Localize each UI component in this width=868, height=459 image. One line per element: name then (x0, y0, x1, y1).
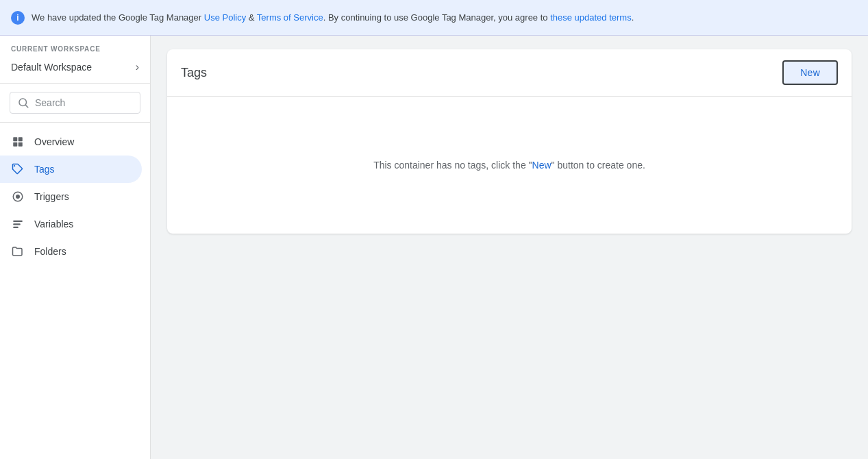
search-box[interactable]: Search (10, 92, 140, 114)
empty-state-message: This container has no tags, click the "N… (373, 160, 645, 171)
notification-bar: i We have updated the Google Tag Manager… (0, 0, 868, 36)
sidebar-item-variables[interactable]: Variables (0, 210, 142, 238)
svg-rect-10 (13, 227, 18, 228)
tags-panel: Tags New This container has no tags, cli… (167, 49, 852, 234)
content-area: Tags New This container has no tags, cli… (151, 36, 868, 459)
notification-text-end: . (632, 12, 634, 23)
sidebar-item-tags-label: Tags (34, 164, 55, 175)
main-layout: CURRENT WORKSPACE Default Workspace › Se… (0, 36, 868, 459)
tags-title: Tags (181, 66, 207, 80)
triggers-icon (11, 190, 25, 203)
sidebar-item-folders-label: Folders (34, 246, 66, 257)
sidebar-item-variables-label: Variables (34, 219, 73, 230)
sidebar-item-triggers[interactable]: Triggers (0, 183, 142, 210)
terms-link[interactable]: Terms of Service (257, 12, 323, 23)
chevron-right-icon: › (136, 61, 139, 73)
sidebar-item-folders[interactable]: Folders (0, 238, 142, 265)
overview-icon (11, 135, 25, 149)
search-placeholder: Search (35, 97, 65, 108)
search-section: Search (0, 84, 150, 123)
tags-header: Tags New (167, 49, 852, 97)
svg-rect-4 (13, 142, 17, 147)
notification-text: We have updated the Google Tag Manager U… (32, 12, 634, 23)
notification-text-mid1: & (246, 12, 257, 23)
variables-icon (11, 217, 25, 231)
svg-rect-5 (18, 142, 23, 147)
tags-body: This container has no tags, click the "N… (167, 97, 852, 234)
nav-list: Overview Tags (0, 123, 150, 459)
updated-terms-link[interactable]: these updated terms (550, 12, 632, 23)
empty-message-after: " button to create one. (551, 160, 645, 171)
search-icon (17, 97, 29, 109)
new-button[interactable]: New (782, 60, 838, 85)
tags-icon (11, 162, 25, 176)
notification-text-after: . By continuing to use Google Tag Manage… (323, 12, 550, 23)
sidebar-item-tags[interactable]: Tags (0, 156, 142, 183)
use-policy-link[interactable]: Use Policy (204, 12, 246, 23)
svg-rect-8 (13, 221, 23, 222)
sidebar-item-overview-label: Overview (34, 136, 74, 147)
svg-rect-3 (18, 137, 23, 141)
empty-message-before: This container has no tags, click the " (373, 160, 532, 171)
workspace-name: Default Workspace (11, 62, 92, 73)
workspace-section: CURRENT WORKSPACE Default Workspace › (0, 36, 150, 84)
workspace-selector[interactable]: Default Workspace › (11, 58, 139, 76)
workspace-label: CURRENT WORKSPACE (11, 45, 139, 53)
svg-line-1 (25, 105, 27, 107)
empty-new-link: New (532, 160, 551, 171)
sidebar: CURRENT WORKSPACE Default Workspace › Se… (0, 36, 151, 459)
info-icon: i (11, 11, 25, 25)
sidebar-item-triggers-label: Triggers (34, 191, 69, 202)
svg-rect-9 (13, 223, 21, 225)
svg-rect-2 (13, 137, 17, 141)
notification-text-before: We have updated the Google Tag Manager (32, 12, 204, 23)
svg-point-7 (16, 195, 20, 199)
sidebar-item-overview[interactable]: Overview (0, 128, 142, 156)
folders-icon (11, 245, 25, 258)
